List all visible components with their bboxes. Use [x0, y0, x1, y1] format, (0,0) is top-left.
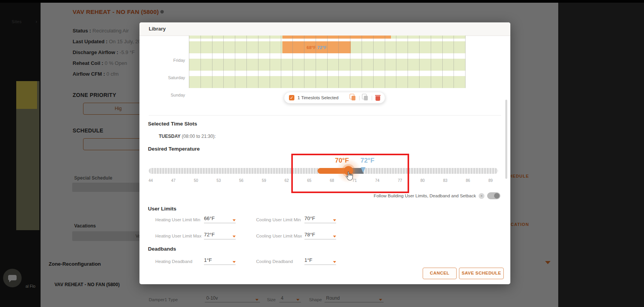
- save-schedule-button[interactable]: SAVE SCHEDULE: [459, 268, 504, 279]
- desired-temperature-heading: Desired Temperature: [148, 146, 200, 152]
- heating-user-limit-max-select[interactable]: 72°F: [204, 232, 236, 239]
- cooling-user-limit-max-value: 78°F: [304, 232, 315, 237]
- follow-limits-row: Follow Building User Limits, Deadband an…: [139, 192, 500, 199]
- modal-header: Library: [139, 22, 510, 36]
- cancel-button[interactable]: CANCEL: [423, 268, 457, 279]
- separator: |: [359, 95, 360, 100]
- heating-user-limit-max-value: 72°F: [204, 232, 215, 237]
- chevron-down-icon: [233, 219, 236, 221]
- chevron-down-icon: [333, 261, 336, 263]
- delete-icon[interactable]: [376, 95, 380, 101]
- heating-user-limit-min-select[interactable]: 66°F: [204, 215, 236, 223]
- selected-time-slots-heading: Selected Time Slots: [148, 121, 197, 127]
- follow-limits-label: Follow Building User Limits, Deadband an…: [374, 193, 476, 198]
- user-limits-heading: User Limits: [148, 206, 177, 212]
- day-label-sunday: Sunday: [139, 93, 185, 97]
- heating-deadband-value: 1°F: [204, 257, 212, 263]
- cooling-user-limit-max-label: Cooling User Limit Max: [256, 234, 302, 238]
- cooling-user-limit-min-value: 70°F: [304, 215, 315, 221]
- grid-lines: [189, 36, 466, 88]
- library-modal: Library Friday Saturday Sunday 68°F 72°F: [139, 22, 510, 284]
- heating-user-limit-max-label: Heating User Limit Max: [155, 234, 202, 238]
- mouse-cursor-icon: [345, 171, 353, 182]
- cooling-user-limit-min-label: Cooling User Limit Min: [256, 217, 301, 222]
- cooling-user-limit-max-select[interactable]: 78°F: [304, 232, 336, 239]
- timeslot-selected-text: 1 Timeslots Selected: [297, 95, 348, 100]
- heating-user-limit-min-label: Heating User Limit Min: [155, 217, 200, 222]
- day-label-saturday: Saturday: [139, 75, 185, 80]
- timeslot-selection-badge: ✓ 1 Timeslots Selected | |: [284, 92, 385, 103]
- timeslot-checkbox[interactable]: ✓: [289, 95, 294, 100]
- day-label-friday: Friday: [139, 58, 185, 63]
- separator: |: [371, 95, 372, 100]
- copy-icon[interactable]: [351, 95, 356, 101]
- selected-slot-description: TUESDAY (08:00 to 21:30):: [159, 134, 216, 139]
- chevron-down-icon: [333, 236, 336, 237]
- schedule-grid: Friday Saturday Sunday 68°F 72°F: [139, 36, 510, 88]
- heating-deadband-select[interactable]: 1°F: [204, 257, 236, 265]
- cooling-deadband-select[interactable]: 1°F: [304, 257, 336, 265]
- selected-slot-day: TUESDAY: [159, 134, 180, 139]
- cooling-deadband-value: 1°F: [304, 257, 312, 263]
- chevron-down-icon: [233, 236, 236, 237]
- grid-area[interactable]: 68°F 72°F: [189, 36, 466, 88]
- modal-scrollbar[interactable]: [505, 100, 507, 179]
- screen: VAV REHEAT - NO FAN (5800) Status : Reci…: [0, 0, 644, 307]
- chevron-down-icon: [333, 219, 336, 221]
- follow-limits-toggle[interactable]: [487, 192, 500, 199]
- modal-title: Library: [149, 26, 166, 32]
- toggle-x-icon: ×: [479, 193, 484, 199]
- section-divider: [149, 115, 501, 115]
- chevron-down-icon: [233, 261, 236, 263]
- duplicate-icon[interactable]: [363, 95, 368, 101]
- cooling-user-limit-min-select[interactable]: 70°F: [304, 215, 336, 223]
- cooling-deadband-label: Cooling Deadband: [256, 259, 293, 264]
- deadbands-heading: Deadbands: [148, 246, 176, 252]
- selected-slot-range: (08:00 to 21:30):: [180, 134, 216, 139]
- toggle-knob: [494, 193, 500, 198]
- heating-deadband-label: Heating Deadband: [155, 259, 192, 264]
- heating-user-limit-min-value: 66°F: [204, 215, 215, 221]
